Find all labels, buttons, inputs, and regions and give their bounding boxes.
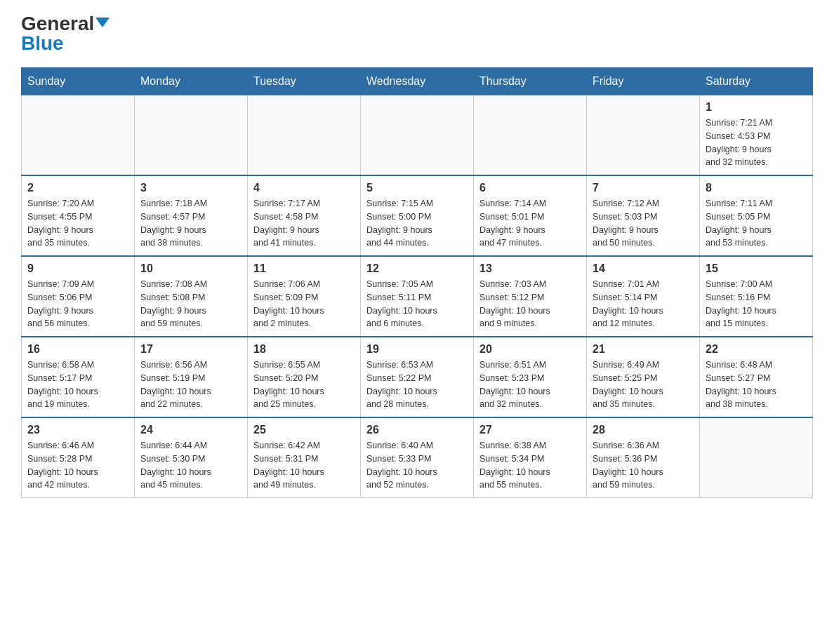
day-number: 21 (593, 343, 694, 356)
day-info: Sunrise: 7:12 AM Sunset: 5:03 PM Dayligh… (593, 197, 694, 250)
weekday-header-monday: Monday (135, 68, 248, 95)
calendar-table: SundayMondayTuesdayWednesdayThursdayFrid… (21, 67, 813, 498)
weekday-header-tuesday: Tuesday (248, 68, 361, 95)
day-info: Sunrise: 6:58 AM Sunset: 5:17 PM Dayligh… (27, 358, 128, 411)
day-info: Sunrise: 6:49 AM Sunset: 5:25 PM Dayligh… (593, 358, 694, 411)
day-number: 18 (253, 343, 355, 356)
weekday-header-friday: Friday (587, 68, 700, 95)
weekday-header-row: SundayMondayTuesdayWednesdayThursdayFrid… (22, 68, 813, 95)
calendar-cell-day-25: 25Sunrise: 6:42 AM Sunset: 5:31 PM Dayli… (248, 417, 361, 498)
weekday-header-wednesday: Wednesday (361, 68, 474, 95)
calendar-cell-day-20: 20Sunrise: 6:51 AM Sunset: 5:23 PM Dayli… (474, 337, 587, 417)
day-number: 23 (27, 424, 128, 436)
day-number: 26 (366, 424, 468, 436)
calendar-cell-day-2: 2Sunrise: 7:20 AM Sunset: 4:55 PM Daylig… (22, 175, 135, 256)
weekday-header-thursday: Thursday (474, 68, 587, 95)
calendar-cell-day-24: 24Sunrise: 6:44 AM Sunset: 5:30 PM Dayli… (135, 417, 248, 498)
day-number: 7 (593, 182, 694, 194)
calendar-cell-day-9: 9Sunrise: 7:09 AM Sunset: 5:06 PM Daylig… (22, 256, 135, 337)
calendar-cell-day-6: 6Sunrise: 7:14 AM Sunset: 5:01 PM Daylig… (474, 175, 587, 256)
day-number: 16 (27, 343, 128, 356)
day-number: 20 (479, 343, 581, 356)
calendar-cell-day-17: 17Sunrise: 6:56 AM Sunset: 5:19 PM Dayli… (135, 337, 248, 417)
day-info: Sunrise: 7:17 AM Sunset: 4:58 PM Dayligh… (253, 197, 355, 250)
calendar-cell-empty (361, 95, 474, 176)
calendar-week-row: 2Sunrise: 7:20 AM Sunset: 4:55 PM Daylig… (22, 175, 813, 256)
day-info: Sunrise: 6:44 AM Sunset: 5:30 PM Dayligh… (140, 439, 241, 492)
day-info: Sunrise: 7:06 AM Sunset: 5:09 PM Dayligh… (253, 278, 355, 330)
day-info: Sunrise: 6:42 AM Sunset: 5:31 PM Dayligh… (253, 439, 355, 492)
logo-blue-text: Blue (21, 34, 64, 53)
calendar-cell-day-18: 18Sunrise: 6:55 AM Sunset: 5:20 PM Dayli… (248, 337, 361, 417)
calendar-cell-day-15: 15Sunrise: 7:00 AM Sunset: 5:16 PM Dayli… (700, 256, 813, 337)
calendar-cell-day-14: 14Sunrise: 7:01 AM Sunset: 5:14 PM Dayli… (587, 256, 700, 337)
day-number: 22 (706, 343, 807, 356)
day-number: 19 (366, 343, 468, 356)
day-number: 15 (706, 262, 807, 275)
weekday-header-saturday: Saturday (700, 68, 813, 95)
calendar-cell-day-5: 5Sunrise: 7:15 AM Sunset: 5:00 PM Daylig… (361, 175, 474, 256)
day-info: Sunrise: 6:38 AM Sunset: 5:34 PM Dayligh… (479, 439, 581, 492)
calendar-cell-empty (700, 417, 813, 498)
day-number: 11 (253, 262, 355, 275)
day-info: Sunrise: 7:20 AM Sunset: 4:55 PM Dayligh… (27, 197, 128, 250)
calendar-cell-day-3: 3Sunrise: 7:18 AM Sunset: 4:57 PM Daylig… (135, 175, 248, 256)
day-number: 17 (140, 343, 241, 356)
day-info: Sunrise: 6:46 AM Sunset: 5:28 PM Dayligh… (27, 439, 128, 492)
day-number: 9 (27, 262, 128, 275)
calendar-cell-day-12: 12Sunrise: 7:05 AM Sunset: 5:11 PM Dayli… (361, 256, 474, 337)
day-number: 13 (479, 262, 581, 275)
day-info: Sunrise: 7:01 AM Sunset: 5:14 PM Dayligh… (593, 278, 694, 330)
calendar-week-row: 1Sunrise: 7:21 AM Sunset: 4:53 PM Daylig… (22, 95, 813, 176)
day-info: Sunrise: 7:08 AM Sunset: 5:08 PM Dayligh… (140, 278, 241, 330)
day-info: Sunrise: 7:18 AM Sunset: 4:57 PM Dayligh… (140, 197, 241, 250)
day-info: Sunrise: 6:53 AM Sunset: 5:22 PM Dayligh… (366, 358, 468, 411)
day-number: 1 (706, 101, 807, 114)
calendar-cell-empty (587, 95, 700, 176)
day-info: Sunrise: 7:03 AM Sunset: 5:12 PM Dayligh… (479, 278, 581, 330)
calendar-cell-empty (248, 95, 361, 176)
day-number: 6 (479, 182, 581, 194)
day-number: 4 (253, 182, 355, 194)
day-number: 27 (479, 424, 581, 436)
calendar-cell-day-11: 11Sunrise: 7:06 AM Sunset: 5:09 PM Dayli… (248, 256, 361, 337)
calendar-cell-day-19: 19Sunrise: 6:53 AM Sunset: 5:22 PM Dayli… (361, 337, 474, 417)
calendar-cell-day-23: 23Sunrise: 6:46 AM Sunset: 5:28 PM Dayli… (22, 417, 135, 498)
page-header: General Blue (21, 14, 813, 53)
calendar-cell-day-28: 28Sunrise: 6:36 AM Sunset: 5:36 PM Dayli… (587, 417, 700, 498)
day-info: Sunrise: 6:55 AM Sunset: 5:20 PM Dayligh… (253, 358, 355, 411)
weekday-header-sunday: Sunday (22, 68, 135, 95)
calendar-cell-day-4: 4Sunrise: 7:17 AM Sunset: 4:58 PM Daylig… (248, 175, 361, 256)
calendar-cell-day-1: 1Sunrise: 7:21 AM Sunset: 4:53 PM Daylig… (700, 95, 813, 176)
calendar-cell-empty (22, 95, 135, 176)
calendar-cell-day-13: 13Sunrise: 7:03 AM Sunset: 5:12 PM Dayli… (474, 256, 587, 337)
day-number: 12 (366, 262, 468, 275)
calendar-week-row: 16Sunrise: 6:58 AM Sunset: 5:17 PM Dayli… (22, 337, 813, 417)
day-number: 14 (593, 262, 694, 275)
calendar-cell-day-22: 22Sunrise: 6:48 AM Sunset: 5:27 PM Dayli… (700, 337, 813, 417)
calendar-cell-day-27: 27Sunrise: 6:38 AM Sunset: 5:34 PM Dayli… (474, 417, 587, 498)
calendar-cell-day-26: 26Sunrise: 6:40 AM Sunset: 5:33 PM Dayli… (361, 417, 474, 498)
day-number: 3 (140, 182, 241, 194)
day-number: 25 (253, 424, 355, 436)
day-number: 2 (27, 182, 128, 194)
calendar-week-row: 23Sunrise: 6:46 AM Sunset: 5:28 PM Dayli… (22, 417, 813, 498)
day-number: 24 (140, 424, 241, 436)
day-info: Sunrise: 6:51 AM Sunset: 5:23 PM Dayligh… (479, 358, 581, 411)
calendar-cell-day-10: 10Sunrise: 7:08 AM Sunset: 5:08 PM Dayli… (135, 256, 248, 337)
calendar-cell-day-7: 7Sunrise: 7:12 AM Sunset: 5:03 PM Daylig… (587, 175, 700, 256)
logo-triangle-icon (95, 18, 110, 27)
calendar-cell-empty (474, 95, 587, 176)
day-info: Sunrise: 7:14 AM Sunset: 5:01 PM Dayligh… (479, 197, 581, 250)
calendar-week-row: 9Sunrise: 7:09 AM Sunset: 5:06 PM Daylig… (22, 256, 813, 337)
day-info: Sunrise: 7:09 AM Sunset: 5:06 PM Dayligh… (27, 278, 128, 330)
day-info: Sunrise: 6:36 AM Sunset: 5:36 PM Dayligh… (593, 439, 694, 492)
day-info: Sunrise: 6:40 AM Sunset: 5:33 PM Dayligh… (366, 439, 468, 492)
day-number: 28 (593, 424, 694, 436)
logo-general-text: General (21, 14, 110, 34)
day-info: Sunrise: 7:00 AM Sunset: 5:16 PM Dayligh… (706, 278, 807, 330)
day-info: Sunrise: 7:21 AM Sunset: 4:53 PM Dayligh… (706, 116, 807, 169)
day-number: 10 (140, 262, 241, 275)
day-info: Sunrise: 6:48 AM Sunset: 5:27 PM Dayligh… (706, 358, 807, 411)
calendar-cell-empty (135, 95, 248, 176)
